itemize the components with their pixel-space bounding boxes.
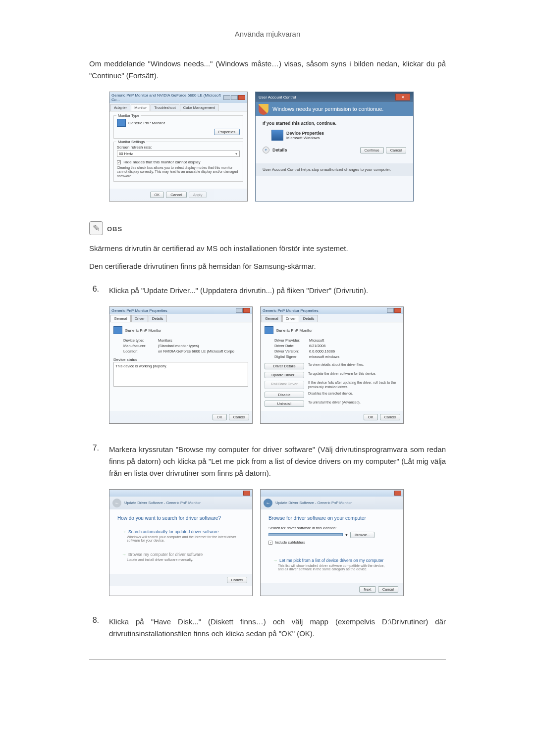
pnp-properties-general: Generic PnP Monitor Properties General D… [109,306,253,424]
arrow-right-icon: → [122,552,126,557]
note-line-1: Skärmens drivrutin är certifierad av MS … [89,243,446,254]
group-monitor-type: Monitor Type [116,113,141,118]
step-6: 6. Klicka på "Update Driver..." (Uppdate… [89,285,446,297]
hide-modes-checkbox[interactable]: ✓ [117,160,121,164]
hide-modes-description: Clearing this check box allows you to se… [117,166,240,178]
driver-details-button[interactable]: Driver Details [265,363,304,369]
tab-general[interactable]: General [262,315,282,322]
update-driver-wizard-search: ← Update Driver Software - Generic PnP M… [109,489,253,596]
properties-button[interactable]: Properties [214,129,240,135]
page-header: Använda mjukvaran [89,30,446,38]
group-monitor-settings: Monitor Settings [116,140,146,144]
figure-row-2: Generic PnP Monitor Properties General D… [109,306,446,424]
ok-button[interactable]: OK [150,192,164,198]
close-icon[interactable] [243,491,250,496]
ok-button[interactable]: OK [364,414,378,420]
shield-icon [259,104,268,115]
close-icon[interactable] [394,308,401,313]
monitor-name: Generic PnP Monitor [128,121,165,125]
window-title: Generic PnP Monitor Properties [111,308,167,313]
tab-details[interactable]: Details [300,315,318,322]
next-button[interactable]: Next [359,586,375,593]
step-7: 7. Markera kryssrutan "Browse my compute… [89,444,446,479]
close-icon[interactable]: ✕ [395,94,410,101]
tab-driver[interactable]: Driver [131,315,148,322]
option-search-auto[interactable]: →Search automatically for updated driver… [117,526,244,546]
window-title: Generic PnP Monitor Properties [263,308,319,313]
breadcrumb: Update Driver Software - Generic PnP Mon… [275,501,352,505]
arrow-right-icon: → [273,558,277,563]
monitor-icon [265,326,273,334]
uac-titlebar: User Account Control ✕ [256,92,413,102]
help-icon[interactable] [236,308,243,313]
monitor-name: Generic PnP Monitor [276,328,313,333]
tab-driver[interactable]: Driver [282,315,299,322]
continue-button[interactable]: Continue [360,147,384,153]
window-title: Generic PnP Monitor and NVIDIA GeForce 6… [111,93,223,102]
update-driver-wizard-browse: ← Update Driver Software - Generic PnP M… [260,489,404,596]
path-input[interactable] [268,533,343,536]
disable-button[interactable]: Disable [265,392,304,398]
uac-subtitle: If you started this action, continue. [263,121,406,126]
cancel-button[interactable]: Cancel [166,192,186,198]
monitor-icon [113,326,122,334]
cancel-button[interactable]: Cancel [380,414,400,420]
publisher: Microsoft Windows [286,136,324,140]
chevron-down-icon[interactable]: ▾ [263,147,269,153]
chevron-down-icon[interactable]: ▼ [345,533,348,537]
tab-strip: Adapter Monitor Troubleshoot Color Manag… [109,103,247,111]
tab-monitor[interactable]: Monitor [131,104,150,111]
close-icon[interactable] [238,95,245,100]
refresh-rate-dropdown[interactable]: 60 Hertz ▼ [117,151,240,157]
browse-button[interactable]: Browse... [350,532,374,538]
uac-title-text: User Account Control [259,95,296,100]
titlebar: Generic PnP Monitor Properties [261,307,403,314]
rollback-driver-button: Roll Back Driver [265,381,304,389]
minimize-icon[interactable] [223,95,230,100]
tab-adapter[interactable]: Adapter [110,104,130,111]
arrow-right-icon: → [122,529,126,534]
option-browse-computer[interactable]: →Browse my computer for driver software … [117,549,244,565]
tab-color-management[interactable]: Color Management [180,104,218,111]
help-icon[interactable] [387,308,394,313]
pnp-properties-driver: Generic PnP Monitor Properties General D… [260,306,404,424]
close-icon[interactable] [243,308,250,313]
monitor-name: Generic PnP Monitor [125,328,161,333]
apply-button: Apply [189,192,207,198]
back-icon[interactable]: ← [264,499,272,507]
wizard-heading: How do you want to search for driver sof… [117,515,244,521]
refresh-rate-label: Screen refresh rate: [117,145,240,150]
uac-footer: User Account Control helps stop unauthor… [256,163,413,176]
hide-modes-label: Hide modes that this monitor cannot disp… [123,160,200,164]
app-name: Device Properties [286,131,324,136]
uac-banner: Windows needs your permission to contion… [256,102,413,116]
cancel-button[interactable]: Cancel [227,577,247,583]
tab-details[interactable]: Details [149,315,167,322]
chevron-down-icon: ▼ [235,152,238,155]
note-icon: ✎ [89,221,103,235]
intro-paragraph: Om meddelande "Windows needs..." (Window… [89,58,446,82]
details-label[interactable]: Details [272,148,287,152]
figure-row-1: Generic PnP Monitor and NVIDIA GeForce 6… [109,92,446,202]
monitor-icon [117,119,126,127]
cancel-button[interactable]: Cancel [386,147,406,153]
step-8: 8. Klicka på "Have Disk..." (Diskett fin… [89,616,446,640]
ok-button[interactable]: OK [213,414,227,420]
monitor-properties-window: Generic PnP Monitor and NVIDIA GeForce 6… [109,92,248,202]
note-label: OBS [107,225,122,233]
update-driver-button[interactable]: Update Driver... [265,372,304,378]
figure-row-3: ← Update Driver Software - Generic PnP M… [109,489,446,596]
cancel-button[interactable]: Cancel [229,414,249,420]
wizard-heading: Browse for driver software on your compu… [268,515,395,521]
include-subfolders-checkbox[interactable]: ✓ [268,541,272,545]
device-status-box: This device is working properly. [113,362,248,387]
maximize-icon[interactable] [231,95,238,100]
close-icon[interactable] [394,491,401,496]
tab-general[interactable]: General [110,315,131,322]
back-icon: ← [112,499,121,507]
uninstall-button[interactable]: Uninstall [265,401,304,407]
option-pick-from-list[interactable]: →Let me pick from a list of device drive… [268,554,395,574]
search-location-label: Search for driver software in this locat… [268,526,395,530]
tab-troubleshoot[interactable]: Troubleshoot [151,104,179,111]
cancel-button[interactable]: Cancel [378,586,398,593]
